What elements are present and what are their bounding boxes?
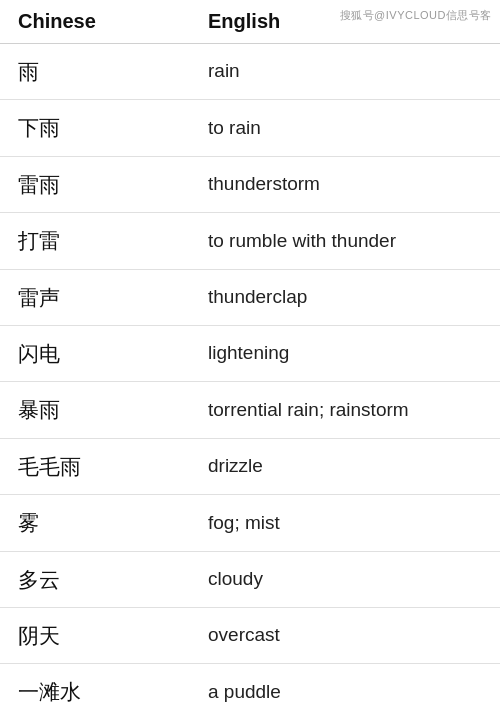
table-row: 暴雨torrential rain; rainstorm — [0, 382, 500, 438]
english-cell: fog; mist — [190, 495, 500, 551]
english-cell: lightening — [190, 325, 500, 381]
english-cell: thunderstorm — [190, 156, 500, 212]
english-cell: to rain — [190, 100, 500, 156]
english-cell: thunderclap — [190, 269, 500, 325]
chinese-cell: 暴雨 — [0, 382, 190, 438]
english-cell: rain — [190, 44, 500, 100]
table-row: 雷声thunderclap — [0, 269, 500, 325]
chinese-cell: 雨 — [0, 44, 190, 100]
english-cell: cloudy — [190, 551, 500, 607]
chinese-cell: 下雨 — [0, 100, 190, 156]
chinese-cell: 打雷 — [0, 213, 190, 269]
chinese-cell: 毛毛雨 — [0, 438, 190, 494]
english-cell: overcast — [190, 607, 500, 663]
chinese-cell: 雷声 — [0, 269, 190, 325]
chinese-cell: 一滩水 — [0, 664, 190, 706]
chinese-cell: 闪电 — [0, 325, 190, 381]
table-row: 多云cloudy — [0, 551, 500, 607]
table-row: 毛毛雨drizzle — [0, 438, 500, 494]
table-row: 一滩水a puddle — [0, 664, 500, 706]
chinese-cell: 雾 — [0, 495, 190, 551]
table-row: 雨rain — [0, 44, 500, 100]
english-cell: drizzle — [190, 438, 500, 494]
english-cell: torrential rain; rainstorm — [190, 382, 500, 438]
chinese-cell: 阴天 — [0, 607, 190, 663]
chinese-cell: 多云 — [0, 551, 190, 607]
table-row: 闪电lightening — [0, 325, 500, 381]
table-row: 雷雨thunderstorm — [0, 156, 500, 212]
watermark-text: 搜狐号@IVYCLOUD信思号客 — [340, 8, 492, 23]
table-row: 下雨to rain — [0, 100, 500, 156]
english-cell: to rumble with thunder — [190, 213, 500, 269]
vocabulary-table: Chinese English 雨rain下雨to rain雷雨thunders… — [0, 0, 500, 706]
table-row: 阴天overcast — [0, 607, 500, 663]
table-row: 雾fog; mist — [0, 495, 500, 551]
english-cell: a puddle — [190, 664, 500, 706]
table-row: 打雷to rumble with thunder — [0, 213, 500, 269]
chinese-cell: 雷雨 — [0, 156, 190, 212]
chinese-column-header: Chinese — [0, 0, 190, 44]
